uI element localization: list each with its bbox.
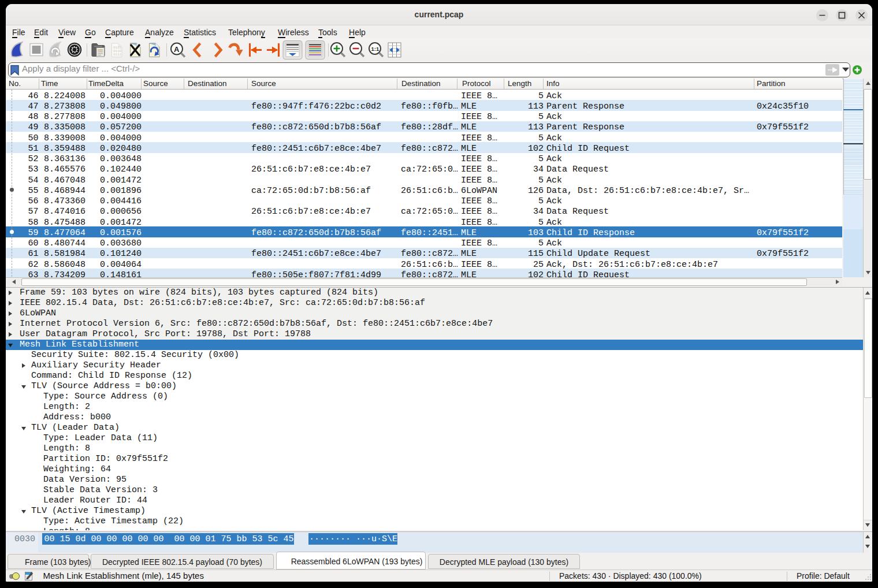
svg-text:0111: 0111 [113,53,122,57]
svg-text:A: A [174,45,180,54]
svg-text:1:1: 1:1 [371,46,380,52]
